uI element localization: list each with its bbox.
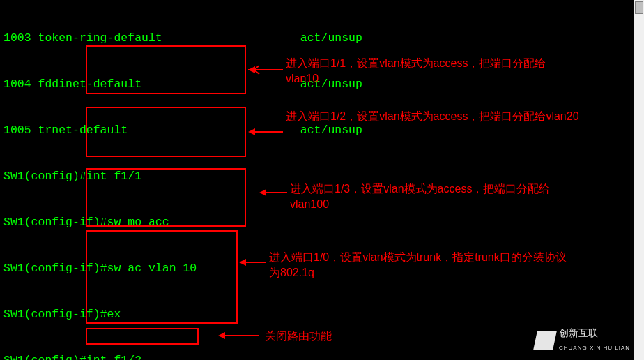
callout-box-1 [86, 45, 246, 94]
callout-box-5 [86, 328, 199, 345]
svg-marker-3 [239, 259, 246, 266]
callout-box-2 [86, 107, 246, 157]
arrow-icon [218, 331, 259, 340]
watermark-text: 创新互联 [559, 325, 630, 340]
svg-marker-0 [248, 66, 255, 73]
arrow-icon [248, 65, 283, 75]
svg-marker-4 [218, 332, 225, 339]
terminal-line: SW1(config-if)#sw mo acc [3, 215, 521, 230]
annotation-3: 进入端口1/3，设置vlan模式为access，把端口分配给vlan100 [290, 181, 550, 212]
svg-marker-2 [259, 189, 266, 196]
arrow-icon [248, 127, 283, 137]
annotation-5: 关闭路由功能 [265, 329, 332, 344]
annotation-1: 进入端口1/1，设置vlan模式为access，把端口分配给vlan10 [286, 56, 546, 87]
terminal-line: 1003 token-ring-default act/unsup [3, 31, 521, 46]
arrow-icon [259, 188, 287, 197]
svg-marker-1 [248, 128, 255, 135]
arrow-icon [239, 257, 266, 267]
terminal-line: SW1(config)#int f1/2 [3, 353, 521, 360]
watermark-logo-icon [533, 331, 557, 350]
annotation-2: 进入端口1/2，设置vlan模式为access，把端口分配给vlan20 [286, 109, 579, 124]
annotation-4: 进入端口1/0，设置vlan模式为trunk，指定trunk口的分装协议为802… [269, 250, 567, 280]
callout-box-4 [86, 230, 238, 324]
callout-box-3 [86, 168, 246, 227]
watermark-subtext: CHUANG XIN HU LIAN [559, 340, 630, 356]
watermark: 创新互联 CHUANG XIN HU LIAN [535, 325, 630, 356]
scrollbar-thumb[interactable] [635, 1, 643, 14]
terminal-line: SW1(config-if)#ex [3, 307, 521, 322]
scrollbar[interactable] [634, 0, 644, 360]
terminal-output: 1003 token-ring-default act/unsup 1004 f… [3, 0, 521, 360]
